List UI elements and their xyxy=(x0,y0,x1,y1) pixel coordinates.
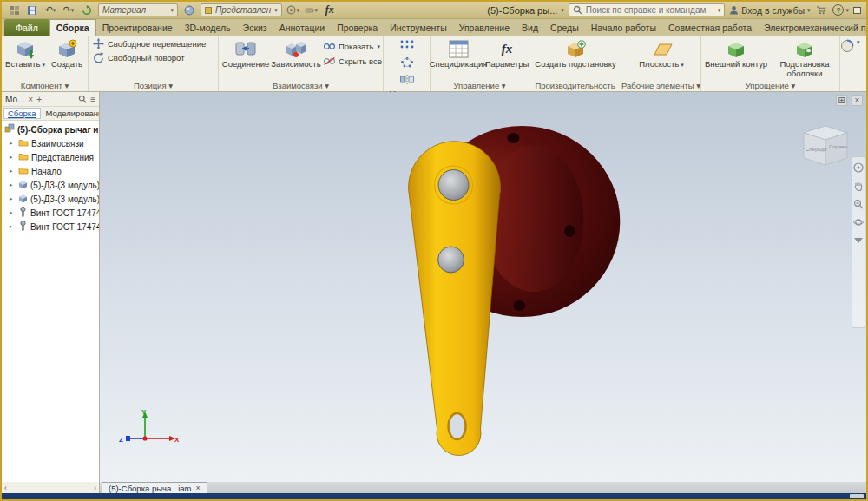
tree-item-origin[interactable]: ▸ Начало xyxy=(2,164,99,178)
insert-button[interactable]: Вставить▾ xyxy=(4,37,46,69)
tab-annotate[interactable]: Аннотации xyxy=(273,19,332,36)
browser-close-icon[interactable]: × xyxy=(28,95,33,104)
document-tab[interactable]: (5)-Сборка рыча...iam × xyxy=(102,482,207,493)
search-caret-icon[interactable]: ▾ xyxy=(718,7,721,13)
free-move-button[interactable]: Свободное перемещение xyxy=(91,37,216,50)
material-combo[interactable]: Материал ▾ xyxy=(98,3,178,16)
pattern-rectangular-icon[interactable] xyxy=(399,38,415,54)
parameters-quick-icon[interactable]: fx xyxy=(323,3,337,16)
resize-grip[interactable] xyxy=(850,494,864,498)
group-label-relationships[interactable]: Взаимосвязи ▾ xyxy=(219,79,383,91)
adjust-option-icon[interactable]: ▾ xyxy=(286,3,300,16)
tree-item-representations[interactable]: ▸ Представления xyxy=(2,150,99,164)
update-icon[interactable] xyxy=(80,3,94,16)
pattern-circular-icon[interactable] xyxy=(399,56,415,71)
expand-chevron-icon[interactable]: ▸ xyxy=(10,223,16,230)
orbit-icon[interactable] xyxy=(853,217,864,227)
viewport-close-icon[interactable]: × xyxy=(852,95,863,106)
dock-grid-icon[interactable]: ⊞ xyxy=(836,95,847,106)
expand-chevron-icon[interactable]: ▸ xyxy=(10,209,16,216)
window-restore-icon[interactable] xyxy=(853,7,861,14)
bom-button[interactable]: Спецификация xyxy=(433,37,483,69)
tree-item-part-lever[interactable]: ▸ (5)-Д3-(3 модуль)-Рыч xyxy=(2,178,99,192)
measure-option-icon[interactable]: ▾ xyxy=(305,3,319,16)
free-rotate-button[interactable]: Свободный поворот xyxy=(91,51,216,64)
save-icon[interactable] xyxy=(25,3,39,16)
tab-file[interactable]: Файл xyxy=(4,19,49,36)
hide-all-button[interactable]: Скрыть все xyxy=(322,55,384,68)
tab-design[interactable]: Проектирование xyxy=(96,19,179,36)
viewcube[interactable]: Спереди Справа xyxy=(797,120,854,172)
tab-3d-model[interactable]: 3D-модель xyxy=(179,19,237,36)
app-menu-icon[interactable] xyxy=(7,3,21,16)
plane-button[interactable]: Плоскость▾ xyxy=(627,37,696,69)
help-button[interactable]: ? ▾ xyxy=(832,4,849,16)
cart-icon[interactable] xyxy=(814,3,828,16)
scroll-right-icon[interactable]: › xyxy=(94,484,96,492)
browser-add-icon[interactable]: + xyxy=(36,95,42,104)
browser-tab-assembly[interactable]: Сборка xyxy=(3,108,41,119)
create-substitute-button[interactable]: Создать подстановку xyxy=(534,37,617,69)
tree-item-relationships[interactable]: ▸ Взаимосвязи xyxy=(2,136,99,150)
tab-collaborate[interactable]: Совместная работа xyxy=(662,19,758,36)
tab-get-started[interactable]: Начало работы xyxy=(585,19,662,36)
tab-environments[interactable]: Среды xyxy=(544,19,585,36)
lever-part[interactable] xyxy=(409,142,501,456)
tab-view[interactable]: Вид xyxy=(516,19,544,36)
group-label-position[interactable]: Позиция ▾ xyxy=(89,79,218,91)
joint-button[interactable]: Соединение xyxy=(221,37,270,69)
group-label-component[interactable]: Компонент ▾ xyxy=(2,79,88,91)
viewcube-right-label[interactable]: Справа xyxy=(829,144,847,149)
browser-search-icon[interactable] xyxy=(78,95,87,103)
group-label-simplification[interactable]: Упрощение ▾ xyxy=(701,79,839,91)
bolt-icon xyxy=(18,207,28,219)
scroll-left-icon[interactable]: ‹ xyxy=(4,484,7,492)
expand-chevron-icon[interactable]: ▸ xyxy=(10,181,16,188)
steering-wheel-icon[interactable] xyxy=(853,162,864,173)
pan-hand-icon[interactable] xyxy=(853,181,864,191)
tree-root[interactable]: (5)-Сборка рычаг и фл xyxy=(2,122,99,136)
user-commands-button[interactable]: ▾ xyxy=(840,36,868,91)
tab-inspect[interactable]: Проверка xyxy=(331,19,384,36)
constrain-button[interactable]: Зависимость xyxy=(272,37,320,69)
expand-chevron-icon[interactable]: ▸ xyxy=(10,168,16,175)
browser-menu-icon[interactable]: ≡ xyxy=(90,95,95,104)
expand-chevron-icon[interactable]: ▸ xyxy=(10,140,16,147)
model-canvas[interactable] xyxy=(100,92,866,482)
appearance-sphere-icon[interactable] xyxy=(182,3,196,16)
tree-item-bolt-1[interactable]: ▸ Винт ГОСТ 17474-80 М xyxy=(2,206,99,220)
signin-button[interactable]: Вход в службы ▾ xyxy=(729,5,810,16)
shrinkwrap-button[interactable]: Внешний контур xyxy=(704,37,768,69)
group-label-work-features[interactable]: Рабочие элементы ▾ xyxy=(621,79,700,91)
tab-tools[interactable]: Инструменты xyxy=(384,19,452,36)
look-at-icon[interactable] xyxy=(853,235,864,244)
expand-chevron-icon[interactable]: ▸ xyxy=(10,154,16,161)
folder-icon xyxy=(18,152,29,162)
tab-sketch[interactable]: Эскиз xyxy=(237,19,273,36)
browser-tab-modeling[interactable]: Моделирование xyxy=(43,109,100,118)
triad-x-label: X xyxy=(174,436,180,444)
group-label-productivity[interactable]: Производительность xyxy=(529,79,621,91)
tab-manage[interactable]: Управление xyxy=(453,19,516,36)
parameters-button[interactable]: fx Параметры xyxy=(485,37,529,69)
group-label-manage[interactable]: Управление ▾ xyxy=(431,79,529,91)
tree-item-part-flange[interactable]: ▸ (5)-Д3-(3 модуль)-Фле xyxy=(2,192,99,206)
doc-title-caret-icon[interactable]: ▾ xyxy=(561,7,564,13)
viewport-3d[interactable]: ⊞ × Спереди Справа xyxy=(100,92,866,482)
tab-electromechanical[interactable]: Электромеханический проект xyxy=(758,19,868,36)
create-component-button[interactable]: Создать xyxy=(48,37,86,69)
undo-icon[interactable]: ↶▾ xyxy=(43,3,57,16)
pattern-mirror-icon[interactable] xyxy=(399,73,415,89)
show-relationships-button[interactable]: Показать ▾ xyxy=(322,40,384,53)
help-search-input[interactable] xyxy=(586,5,714,15)
redo-icon[interactable]: ↷▾ xyxy=(62,3,76,16)
appearance-combo[interactable]: Представлен ▾ xyxy=(201,3,282,16)
expand-chevron-icon[interactable]: ▸ xyxy=(10,195,16,202)
zoom-icon[interactable] xyxy=(853,199,864,209)
tree-item-bolt-2[interactable]: ▸ Винт ГОСТ 17474-80 М xyxy=(2,220,99,234)
insert-icon xyxy=(13,38,37,60)
document-tab-close-icon[interactable]: × xyxy=(196,484,201,492)
shell-substitute-button[interactable]: Подстановка оболочки xyxy=(770,37,839,78)
tab-assembly[interactable]: Сборка xyxy=(49,19,96,36)
viewcube-front-label[interactable]: Спереди xyxy=(806,147,826,152)
